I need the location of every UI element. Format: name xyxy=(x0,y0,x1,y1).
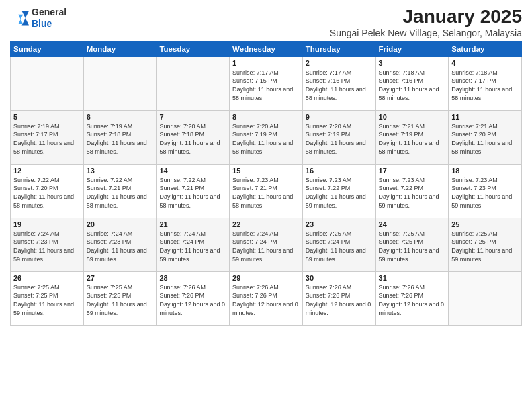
calendar-week-row: 12Sunrise: 7:22 AM Sunset: 7:20 PM Dayli… xyxy=(11,164,522,218)
title-block: January 2025 Sungai Pelek New Village, S… xyxy=(330,7,522,38)
table-row: 13Sunrise: 7:22 AM Sunset: 7:21 PM Dayli… xyxy=(83,164,157,218)
page: General Blue January 2025 Sungai Pelek N… xyxy=(0,0,532,411)
svg-marker-1 xyxy=(18,15,23,24)
table-row: 14Sunrise: 7:22 AM Sunset: 7:21 PM Dayli… xyxy=(157,164,230,218)
day-number: 16 xyxy=(306,167,373,175)
cell-content: Sunrise: 7:17 AM Sunset: 7:16 PM Dayligh… xyxy=(306,68,373,102)
calendar-week-row: 5Sunrise: 7:19 AM Sunset: 7:17 PM Daylig… xyxy=(11,110,522,164)
day-number: 22 xyxy=(232,220,300,228)
table-row: 6Sunrise: 7:19 AM Sunset: 7:18 PM Daylig… xyxy=(83,110,157,164)
day-number: 4 xyxy=(451,59,519,67)
cell-content: Sunrise: 7:26 AM Sunset: 7:26 PM Dayligh… xyxy=(379,283,446,317)
cell-content: Sunrise: 7:22 AM Sunset: 7:21 PM Dayligh… xyxy=(87,176,154,210)
day-number: 3 xyxy=(379,59,446,67)
cell-content: Sunrise: 7:26 AM Sunset: 7:26 PM Dayligh… xyxy=(306,283,373,317)
cell-content: Sunrise: 7:26 AM Sunset: 7:26 PM Dayligh… xyxy=(232,283,300,317)
table-row: 28Sunrise: 7:26 AM Sunset: 7:26 PM Dayli… xyxy=(157,271,230,325)
table-row: 12Sunrise: 7:22 AM Sunset: 7:20 PM Dayli… xyxy=(11,164,84,218)
table-row: 4Sunrise: 7:18 AM Sunset: 7:17 PM Daylig… xyxy=(449,56,522,110)
cell-content: Sunrise: 7:25 AM Sunset: 7:25 PM Dayligh… xyxy=(87,283,154,317)
logo-text: General Blue xyxy=(32,7,66,30)
day-number: 31 xyxy=(379,274,446,282)
table-row: 21Sunrise: 7:24 AM Sunset: 7:24 PM Dayli… xyxy=(157,218,230,271)
day-number: 8 xyxy=(232,113,300,121)
table-row: 10Sunrise: 7:21 AM Sunset: 7:19 PM Dayli… xyxy=(375,110,449,164)
day-number: 11 xyxy=(451,113,519,121)
day-number: 9 xyxy=(306,113,373,121)
table-row: 20Sunrise: 7:24 AM Sunset: 7:23 PM Dayli… xyxy=(83,218,157,271)
table-row: 27Sunrise: 7:25 AM Sunset: 7:25 PM Dayli… xyxy=(83,271,157,325)
header: General Blue January 2025 Sungai Pelek N… xyxy=(10,7,522,38)
day-number: 1 xyxy=(232,59,300,67)
day-number: 29 xyxy=(232,274,300,282)
cell-content: Sunrise: 7:20 AM Sunset: 7:19 PM Dayligh… xyxy=(232,122,300,156)
logo: General Blue xyxy=(10,7,66,30)
col-sunday: Sunday xyxy=(11,41,84,56)
table-row: 19Sunrise: 7:24 AM Sunset: 7:23 PM Dayli… xyxy=(11,218,84,271)
calendar-table: Sunday Monday Tuesday Wednesday Thursday… xyxy=(10,41,522,326)
calendar-week-row: 26Sunrise: 7:25 AM Sunset: 7:25 PM Dayli… xyxy=(11,271,522,325)
day-number: 12 xyxy=(13,167,81,175)
table-row xyxy=(83,56,157,110)
table-row: 9Sunrise: 7:20 AM Sunset: 7:19 PM Daylig… xyxy=(302,110,375,164)
cell-content: Sunrise: 7:22 AM Sunset: 7:21 PM Dayligh… xyxy=(159,176,226,210)
cell-content: Sunrise: 7:21 AM Sunset: 7:19 PM Dayligh… xyxy=(379,122,446,156)
table-row: 30Sunrise: 7:26 AM Sunset: 7:26 PM Dayli… xyxy=(302,271,375,325)
svg-marker-0 xyxy=(22,11,30,25)
day-number: 5 xyxy=(13,113,81,121)
table-row: 17Sunrise: 7:23 AM Sunset: 7:22 PM Dayli… xyxy=(375,164,449,218)
col-thursday: Thursday xyxy=(302,41,375,56)
table-row: 15Sunrise: 7:23 AM Sunset: 7:21 PM Dayli… xyxy=(230,164,303,218)
location-subtitle: Sungai Pelek New Village, Selangor, Mala… xyxy=(330,28,522,38)
table-row: 3Sunrise: 7:18 AM Sunset: 7:16 PM Daylig… xyxy=(375,56,449,110)
cell-content: Sunrise: 7:22 AM Sunset: 7:20 PM Dayligh… xyxy=(13,176,81,210)
cell-content: Sunrise: 7:23 AM Sunset: 7:22 PM Dayligh… xyxy=(379,176,446,210)
col-wednesday: Wednesday xyxy=(230,41,303,56)
day-number: 7 xyxy=(159,113,226,121)
cell-content: Sunrise: 7:21 AM Sunset: 7:20 PM Dayligh… xyxy=(451,122,519,156)
cell-content: Sunrise: 7:24 AM Sunset: 7:23 PM Dayligh… xyxy=(13,230,81,263)
table-row: 8Sunrise: 7:20 AM Sunset: 7:19 PM Daylig… xyxy=(230,110,303,164)
day-number: 6 xyxy=(87,113,154,121)
cell-content: Sunrise: 7:23 AM Sunset: 7:22 PM Dayligh… xyxy=(306,176,373,210)
day-number: 27 xyxy=(87,274,154,282)
day-number: 21 xyxy=(159,220,226,228)
table-row: 22Sunrise: 7:24 AM Sunset: 7:24 PM Dayli… xyxy=(230,218,303,271)
col-saturday: Saturday xyxy=(449,41,522,56)
table-row xyxy=(11,56,84,110)
table-row: 26Sunrise: 7:25 AM Sunset: 7:25 PM Dayli… xyxy=(11,271,84,325)
cell-content: Sunrise: 7:18 AM Sunset: 7:16 PM Dayligh… xyxy=(379,68,446,102)
table-row: 2Sunrise: 7:17 AM Sunset: 7:16 PM Daylig… xyxy=(302,56,375,110)
day-number: 24 xyxy=(379,220,446,228)
cell-content: Sunrise: 7:17 AM Sunset: 7:15 PM Dayligh… xyxy=(232,68,300,102)
table-row: 31Sunrise: 7:26 AM Sunset: 7:26 PM Dayli… xyxy=(375,271,449,325)
day-number: 14 xyxy=(159,167,226,175)
day-number: 19 xyxy=(13,220,81,228)
col-tuesday: Tuesday xyxy=(157,41,230,56)
table-row: 29Sunrise: 7:26 AM Sunset: 7:26 PM Dayli… xyxy=(230,271,303,325)
cell-content: Sunrise: 7:25 AM Sunset: 7:25 PM Dayligh… xyxy=(379,230,446,263)
table-row: 18Sunrise: 7:23 AM Sunset: 7:23 PM Dayli… xyxy=(449,164,522,218)
day-number: 25 xyxy=(451,220,519,228)
cell-content: Sunrise: 7:25 AM Sunset: 7:25 PM Dayligh… xyxy=(451,230,519,263)
cell-content: Sunrise: 7:24 AM Sunset: 7:23 PM Dayligh… xyxy=(87,230,154,263)
header-row: Sunday Monday Tuesday Wednesday Thursday… xyxy=(11,41,522,56)
day-number: 10 xyxy=(379,113,446,121)
day-number: 13 xyxy=(87,167,154,175)
logo-blue: Blue xyxy=(32,18,52,29)
table-row: 5Sunrise: 7:19 AM Sunset: 7:17 PM Daylig… xyxy=(11,110,84,164)
cell-content: Sunrise: 7:20 AM Sunset: 7:19 PM Dayligh… xyxy=(306,122,373,156)
calendar-week-row: 1Sunrise: 7:17 AM Sunset: 7:15 PM Daylig… xyxy=(11,56,522,110)
day-number: 26 xyxy=(13,274,81,282)
logo-icon xyxy=(10,9,29,28)
cell-content: Sunrise: 7:26 AM Sunset: 7:26 PM Dayligh… xyxy=(159,283,226,317)
cell-content: Sunrise: 7:24 AM Sunset: 7:24 PM Dayligh… xyxy=(232,230,300,263)
table-row: 7Sunrise: 7:20 AM Sunset: 7:18 PM Daylig… xyxy=(157,110,230,164)
table-row: 24Sunrise: 7:25 AM Sunset: 7:25 PM Dayli… xyxy=(375,218,449,271)
table-row xyxy=(157,56,230,110)
day-number: 20 xyxy=(87,220,154,228)
calendar-week-row: 19Sunrise: 7:24 AM Sunset: 7:23 PM Dayli… xyxy=(11,218,522,271)
day-number: 28 xyxy=(159,274,226,282)
day-number: 30 xyxy=(306,274,373,282)
cell-content: Sunrise: 7:25 AM Sunset: 7:24 PM Dayligh… xyxy=(306,230,373,263)
